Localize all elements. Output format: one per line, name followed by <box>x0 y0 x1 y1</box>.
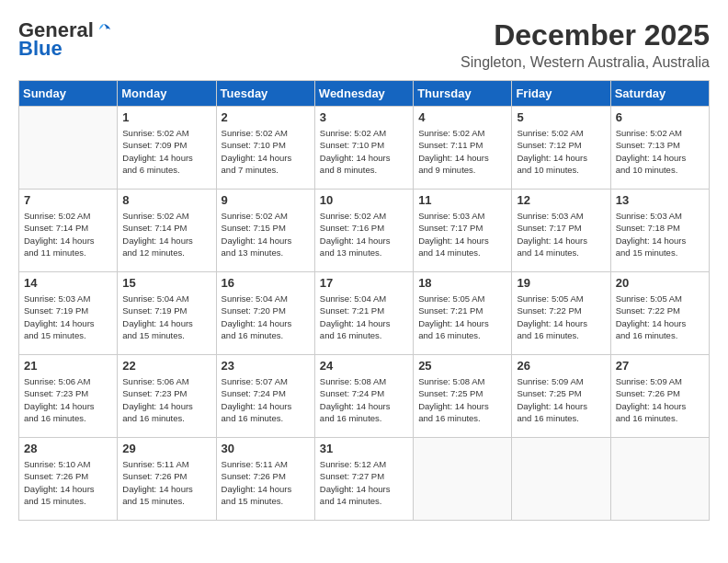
calendar-cell: 29Sunrise: 5:11 AM Sunset: 7:26 PM Dayli… <box>118 438 216 521</box>
day-info: Sunrise: 5:02 AM Sunset: 7:15 PM Dayligh… <box>222 210 310 259</box>
day-info: Sunrise: 5:11 AM Sunset: 7:26 PM Dayligh… <box>222 458 310 507</box>
day-number: 2 <box>222 110 310 124</box>
calendar-cell <box>19 107 118 190</box>
calendar-cell: 13Sunrise: 5:03 AM Sunset: 7:18 PM Dayli… <box>610 190 709 272</box>
header-friday: Friday <box>512 81 610 107</box>
day-info: Sunrise: 5:02 AM Sunset: 7:14 PM Dayligh… <box>24 210 112 259</box>
calendar-cell: 4Sunrise: 5:02 AM Sunset: 7:11 PM Daylig… <box>414 107 512 190</box>
day-info: Sunrise: 5:06 AM Sunset: 7:23 PM Dayligh… <box>24 375 112 424</box>
day-number: 15 <box>122 276 210 290</box>
calendar-week-4: 21Sunrise: 5:06 AM Sunset: 7:23 PM Dayli… <box>19 355 710 438</box>
day-info: Sunrise: 5:03 AM Sunset: 7:17 PM Dayligh… <box>418 210 506 259</box>
day-number: 3 <box>320 110 408 124</box>
page-header: General Blue December 2025 Singleton, We… <box>18 18 710 71</box>
location-title: Singleton, Western Australia, Australia <box>461 54 710 71</box>
day-number: 7 <box>24 193 112 207</box>
day-info: Sunrise: 5:09 AM Sunset: 7:25 PM Dayligh… <box>517 375 605 424</box>
day-info: Sunrise: 5:11 AM Sunset: 7:26 PM Dayligh… <box>122 458 210 507</box>
day-number: 17 <box>320 276 408 290</box>
header-thursday: Thursday <box>414 81 512 107</box>
calendar-cell: 14Sunrise: 5:03 AM Sunset: 7:19 PM Dayli… <box>19 272 118 355</box>
calendar-cell: 6Sunrise: 5:02 AM Sunset: 7:13 PM Daylig… <box>610 107 709 190</box>
calendar-week-2: 7Sunrise: 5:02 AM Sunset: 7:14 PM Daylig… <box>19 190 710 272</box>
day-info: Sunrise: 5:05 AM Sunset: 7:21 PM Dayligh… <box>418 293 506 341</box>
day-info: Sunrise: 5:02 AM Sunset: 7:16 PM Dayligh… <box>320 210 408 259</box>
day-info: Sunrise: 5:02 AM Sunset: 7:10 PM Dayligh… <box>320 127 408 176</box>
calendar-cell <box>610 438 709 521</box>
day-info: Sunrise: 5:03 AM Sunset: 7:19 PM Dayligh… <box>24 293 112 341</box>
calendar-cell: 10Sunrise: 5:02 AM Sunset: 7:16 PM Dayli… <box>314 190 413 272</box>
header-row: Sunday Monday Tuesday Wednesday Thursday… <box>19 81 710 107</box>
day-info: Sunrise: 5:12 AM Sunset: 7:27 PM Dayligh… <box>320 458 408 507</box>
day-number: 22 <box>122 359 210 373</box>
day-number: 31 <box>320 442 408 455</box>
calendar-cell: 31Sunrise: 5:12 AM Sunset: 7:27 PM Dayli… <box>314 438 413 521</box>
calendar-cell <box>512 438 610 521</box>
day-info: Sunrise: 5:02 AM Sunset: 7:10 PM Dayligh… <box>222 127 310 176</box>
calendar-cell: 19Sunrise: 5:05 AM Sunset: 7:22 PM Dayli… <box>512 272 610 355</box>
day-number: 25 <box>418 359 506 373</box>
day-info: Sunrise: 5:02 AM Sunset: 7:13 PM Dayligh… <box>616 127 704 176</box>
calendar-week-5: 28Sunrise: 5:10 AM Sunset: 7:26 PM Dayli… <box>19 438 710 521</box>
day-number: 21 <box>24 359 112 373</box>
day-number: 13 <box>616 193 704 207</box>
calendar-cell: 25Sunrise: 5:08 AM Sunset: 7:25 PM Dayli… <box>414 355 512 438</box>
calendar-cell: 18Sunrise: 5:05 AM Sunset: 7:21 PM Dayli… <box>414 272 512 355</box>
day-info: Sunrise: 5:05 AM Sunset: 7:22 PM Dayligh… <box>517 293 605 341</box>
calendar-cell: 23Sunrise: 5:07 AM Sunset: 7:24 PM Dayli… <box>216 355 314 438</box>
calendar-cell: 5Sunrise: 5:02 AM Sunset: 7:12 PM Daylig… <box>512 107 610 190</box>
calendar-cell: 8Sunrise: 5:02 AM Sunset: 7:14 PM Daylig… <box>118 190 216 272</box>
logo: General Blue <box>18 18 114 61</box>
day-info: Sunrise: 5:10 AM Sunset: 7:26 PM Dayligh… <box>24 458 112 507</box>
calendar-cell: 11Sunrise: 5:03 AM Sunset: 7:17 PM Dayli… <box>414 190 512 272</box>
day-info: Sunrise: 5:02 AM Sunset: 7:09 PM Dayligh… <box>122 127 210 176</box>
day-number: 6 <box>616 110 704 124</box>
calendar-cell: 22Sunrise: 5:06 AM Sunset: 7:23 PM Dayli… <box>118 355 216 438</box>
calendar-cell: 9Sunrise: 5:02 AM Sunset: 7:15 PM Daylig… <box>216 190 314 272</box>
calendar-cell: 12Sunrise: 5:03 AM Sunset: 7:17 PM Dayli… <box>512 190 610 272</box>
day-number: 26 <box>517 359 605 373</box>
day-number: 27 <box>616 359 704 373</box>
day-number: 23 <box>222 359 310 373</box>
day-info: Sunrise: 5:04 AM Sunset: 7:19 PM Dayligh… <box>122 293 210 341</box>
day-info: Sunrise: 5:03 AM Sunset: 7:18 PM Dayligh… <box>616 210 704 259</box>
calendar-cell: 17Sunrise: 5:04 AM Sunset: 7:21 PM Dayli… <box>314 272 413 355</box>
day-number: 8 <box>122 193 210 207</box>
calendar-cell: 3Sunrise: 5:02 AM Sunset: 7:10 PM Daylig… <box>314 107 413 190</box>
calendar-cell: 7Sunrise: 5:02 AM Sunset: 7:14 PM Daylig… <box>19 190 118 272</box>
day-info: Sunrise: 5:02 AM Sunset: 7:14 PM Dayligh… <box>122 210 210 259</box>
day-info: Sunrise: 5:05 AM Sunset: 7:22 PM Dayligh… <box>616 293 704 341</box>
day-number: 4 <box>418 110 506 124</box>
day-number: 1 <box>122 110 210 124</box>
day-info: Sunrise: 5:08 AM Sunset: 7:25 PM Dayligh… <box>418 375 506 424</box>
title-block: December 2025 Singleton, Western Austral… <box>461 18 710 71</box>
day-info: Sunrise: 5:04 AM Sunset: 7:20 PM Dayligh… <box>222 293 310 341</box>
day-number: 30 <box>222 442 310 455</box>
day-number: 16 <box>222 276 310 290</box>
calendar-cell <box>414 438 512 521</box>
calendar-cell: 16Sunrise: 5:04 AM Sunset: 7:20 PM Dayli… <box>216 272 314 355</box>
day-number: 11 <box>418 193 506 207</box>
day-number: 5 <box>517 110 605 124</box>
calendar-cell: 20Sunrise: 5:05 AM Sunset: 7:22 PM Dayli… <box>610 272 709 355</box>
day-number: 28 <box>24 442 112 455</box>
header-sunday: Sunday <box>19 81 118 107</box>
calendar-cell: 1Sunrise: 5:02 AM Sunset: 7:09 PM Daylig… <box>118 107 216 190</box>
day-number: 14 <box>24 276 112 290</box>
day-number: 29 <box>122 442 210 455</box>
day-number: 20 <box>616 276 704 290</box>
month-title: December 2025 <box>461 18 710 52</box>
logo-bird-icon <box>96 22 112 39</box>
calendar-cell: 24Sunrise: 5:08 AM Sunset: 7:24 PM Dayli… <box>314 355 413 438</box>
header-wednesday: Wednesday <box>314 81 413 107</box>
day-number: 12 <box>517 193 605 207</box>
calendar-cell: 27Sunrise: 5:09 AM Sunset: 7:26 PM Dayli… <box>610 355 709 438</box>
header-monday: Monday <box>118 81 216 107</box>
calendar-cell: 21Sunrise: 5:06 AM Sunset: 7:23 PM Dayli… <box>19 355 118 438</box>
calendar-table: Sunday Monday Tuesday Wednesday Thursday… <box>18 80 710 521</box>
day-info: Sunrise: 5:09 AM Sunset: 7:26 PM Dayligh… <box>616 375 704 424</box>
day-number: 18 <box>418 276 506 290</box>
logo-blue: Blue <box>18 37 63 61</box>
calendar-cell: 15Sunrise: 5:04 AM Sunset: 7:19 PM Dayli… <box>118 272 216 355</box>
day-info: Sunrise: 5:02 AM Sunset: 7:11 PM Dayligh… <box>418 127 506 176</box>
